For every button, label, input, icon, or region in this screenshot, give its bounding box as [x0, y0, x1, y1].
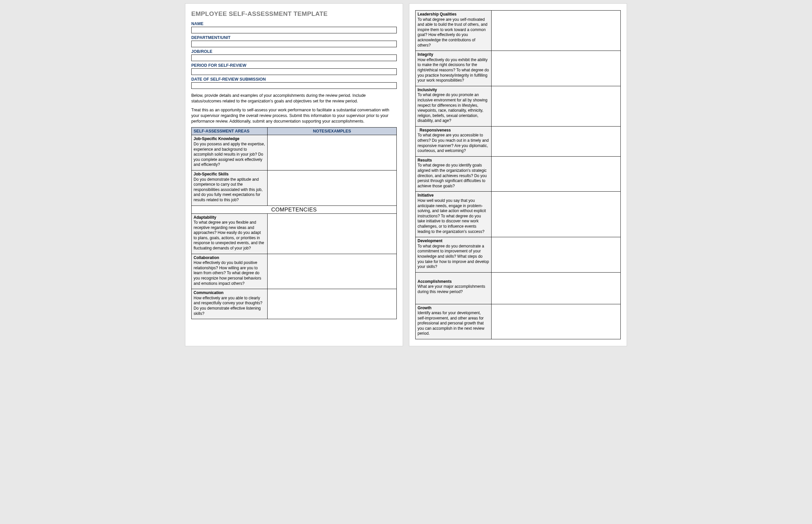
area-description: What are your major accomplishments duri… — [417, 284, 489, 294]
area-cell: Leadership QualitiesTo what degree are y… — [416, 11, 492, 51]
table-row: Job-Specific KnowledgeDo you possess and… — [192, 135, 397, 170]
table-row: ResponsivenessTo what degree are you acc… — [416, 126, 621, 156]
area-title: Integrity — [417, 52, 489, 58]
area-description: How well would you say that you anticipa… — [417, 198, 489, 234]
area-cell: ResultsTo what degree do you identify go… — [416, 156, 492, 192]
document-title: EMPLOYEE SELF-ASSESSMENT TEMPLATE — [191, 10, 397, 17]
table-row: Leadership QualitiesTo what degree are y… — [416, 11, 621, 51]
area-cell: InclusivityTo what degree do you promote… — [416, 86, 492, 126]
area-cell: Job-Specific SkillsDo you demonstrate th… — [192, 170, 268, 206]
table-row: IntegrityHow effectively do you exhibit … — [416, 51, 621, 86]
area-description: To what degree do you demonstrate a comm… — [417, 244, 489, 269]
area-cell: AdaptabilityTo what degree are you flexi… — [192, 213, 268, 254]
table-row: InclusivityTo what degree do you promote… — [416, 86, 621, 126]
competencies-header: COMPETENCIES — [192, 206, 397, 213]
area-description: To what degree do you identify goals ali… — [417, 163, 489, 189]
area-title: Job-Specific Knowledge — [194, 136, 265, 142]
area-description: To what degree are you accessible to oth… — [417, 133, 489, 153]
department-input[interactable] — [191, 40, 397, 47]
area-description: Identify areas for your development, sel… — [417, 311, 489, 336]
area-description: How effectively do you build positive re… — [194, 260, 265, 286]
name-label: NAME — [191, 21, 397, 26]
table-row: GrowthIdentify areas for your developmen… — [416, 304, 621, 339]
area-title: Collaboration — [194, 256, 265, 261]
table-row: CollaborationHow effectively do you buil… — [192, 254, 397, 289]
notes-cell[interactable] — [267, 289, 396, 319]
area-title: Leadership Qualities — [417, 12, 489, 17]
notes-cell[interactable] — [267, 135, 396, 170]
notes-cell[interactable] — [491, 156, 620, 192]
job-input[interactable] — [191, 54, 397, 61]
area-cell: CollaborationHow effectively do you buil… — [192, 254, 268, 289]
area-description: To what degree are you self-motivated an… — [417, 17, 489, 48]
table-row: AdaptabilityTo what degree are you flexi… — [192, 213, 397, 254]
table-row: AccomplishmentsWhat are your major accom… — [416, 272, 621, 304]
date-input[interactable] — [191, 82, 397, 89]
notes-cell[interactable] — [491, 192, 620, 237]
area-title: Results — [417, 158, 489, 163]
instructions-block: Below, provide details and examples of y… — [191, 93, 397, 124]
notes-cell[interactable] — [267, 213, 396, 254]
date-label: DATE OF SELF-REVIEW SUBMISSION — [191, 77, 397, 82]
area-description: Do you possess and apply the expertise, … — [194, 142, 265, 167]
area-description: How effectively do you exhibit the abili… — [417, 58, 489, 83]
notes-cell[interactable] — [491, 51, 620, 86]
instructions-paragraph-2: Treat this as an opportunity to self-ass… — [191, 108, 397, 124]
notes-cell[interactable] — [491, 272, 620, 304]
notes-cell[interactable] — [491, 126, 620, 156]
area-cell: Job-Specific KnowledgeDo you possess and… — [192, 135, 268, 170]
area-title: Responsiveness — [417, 128, 489, 133]
job-label: JOB/ROLE — [191, 49, 397, 54]
period-label: PERIOD FOR SELF-REVIEW — [191, 63, 397, 68]
table-row: ResultsTo what degree do you identify go… — [416, 156, 621, 192]
notes-cell[interactable] — [491, 11, 620, 51]
notes-cell[interactable] — [267, 170, 396, 206]
assessment-table-page1: SELF-ASSESSMENT AREAS NOTES/EXAMPLES Job… — [191, 127, 397, 319]
assessment-table-page2: Leadership QualitiesTo what degree are y… — [415, 10, 621, 339]
area-description: Do you demonstrate the aptitude and comp… — [194, 177, 265, 203]
area-cell: AccomplishmentsWhat are your major accom… — [416, 272, 492, 304]
area-description: To what degree are you flexible and rece… — [194, 220, 265, 251]
area-title: Inclusivity — [417, 87, 489, 93]
notes-cell[interactable] — [491, 86, 620, 126]
notes-cell[interactable] — [491, 237, 620, 273]
area-cell: DevelopmentTo what degree do you demonst… — [416, 237, 492, 273]
area-description: To what degree do you promote an inclusi… — [417, 93, 489, 124]
area-cell: GrowthIdentify areas for your developmen… — [416, 304, 492, 339]
area-description: How effectively are you able to clearly … — [194, 296, 265, 316]
area-title: Development — [417, 239, 489, 244]
period-input[interactable] — [191, 68, 397, 75]
name-input[interactable] — [191, 27, 397, 33]
document-page-2: Leadership QualitiesTo what degree are y… — [409, 3, 627, 346]
table-row: InitiativeHow well would you say that yo… — [416, 192, 621, 237]
area-cell: CommunicationHow effectively are you abl… — [192, 289, 268, 319]
table-row: Job-Specific SkillsDo you demonstrate th… — [192, 170, 397, 206]
area-cell: InitiativeHow well would you say that yo… — [416, 192, 492, 237]
notes-cell[interactable] — [267, 254, 396, 289]
area-title: Growth — [417, 306, 489, 311]
table-row: DevelopmentTo what degree do you demonst… — [416, 237, 621, 273]
area-title: Initiative — [417, 193, 489, 198]
area-title: Accomplishments — [417, 279, 489, 284]
document-page-1: EMPLOYEE SELF-ASSESSMENT TEMPLATE NAME D… — [185, 3, 403, 346]
area-title: Communication — [194, 291, 265, 296]
notes-cell[interactable] — [491, 304, 620, 339]
department-label: DEPARTMENT/UNIT — [191, 35, 397, 40]
instructions-paragraph-1: Below, provide details and examples of y… — [191, 93, 397, 104]
col-header-notes: NOTES/EXAMPLES — [267, 128, 396, 135]
area-title: Adaptability — [194, 215, 265, 220]
table-row: CommunicationHow effectively are you abl… — [192, 289, 397, 319]
area-title: Job-Specific Skills — [194, 172, 265, 177]
col-header-areas: SELF-ASSESSMENT AREAS — [192, 128, 268, 135]
area-cell: IntegrityHow effectively do you exhibit … — [416, 51, 492, 86]
area-cell: ResponsivenessTo what degree are you acc… — [416, 126, 492, 156]
